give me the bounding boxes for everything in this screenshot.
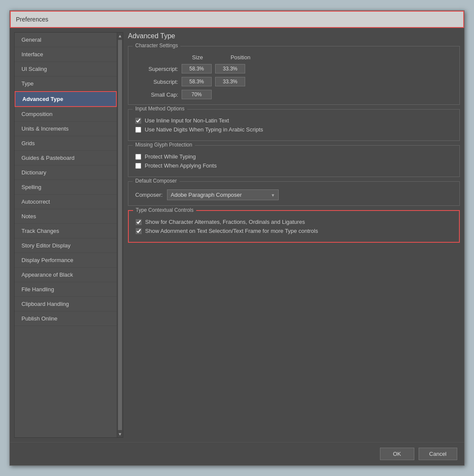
sidebar-item-general[interactable]: General	[15, 33, 117, 47]
missing-glyph-section: Missing Glyph Protection Protect While T…	[128, 145, 460, 177]
protect-fonts-text: Protect When Applying Fonts	[145, 162, 217, 169]
inline-input-checkbox[interactable]	[135, 118, 141, 124]
sidebar: GeneralInterfaceUI ScalingTypeAdvanced T…	[14, 32, 117, 438]
cancel-button[interactable]: Cancel	[419, 448, 457, 460]
ok-button[interactable]: OK	[380, 448, 414, 460]
content-title: Advanced Type	[128, 32, 460, 40]
subscript-row: Subscript:	[135, 77, 453, 86]
scroll-up-button[interactable]: ▲	[117, 33, 123, 39]
sidebar-item-guides-pasteboard[interactable]: Guides & Pasteboard	[15, 151, 117, 165]
sidebar-item-story-editor-display[interactable]: Story Editor Display	[15, 238, 117, 253]
protect-fonts-row: Protect When Applying Fonts	[135, 162, 453, 169]
input-method-section: Input Method Options Use Inline Input fo…	[128, 109, 460, 141]
sidebar-item-composition[interactable]: Composition	[15, 107, 117, 122]
show-adornment-row: Show Adornment on Text Selection/Text Fr…	[136, 228, 452, 234]
dialog-body: GeneralInterfaceUI ScalingTypeAdvanced T…	[10, 28, 464, 442]
sidebar-item-type[interactable]: Type	[15, 76, 117, 91]
superscript-position-input[interactable]	[215, 64, 245, 73]
cs-header-row: Size Position	[182, 54, 453, 61]
type-contextual-section: Type Contextual Controls Show for Charac…	[128, 210, 460, 243]
native-digits-row: Use Native Digits When Typing in Arabic …	[135, 126, 453, 133]
input-method-label: Input Method Options	[133, 106, 187, 112]
smallcap-size-input[interactable]	[182, 90, 212, 99]
protect-fonts-checkbox[interactable]	[135, 163, 141, 169]
default-composer-section: Default Composer Composer: Adobe Paragra…	[128, 181, 460, 206]
composer-row: Composer: Adobe Paragraph Composer Adobe…	[135, 189, 453, 200]
protect-typing-row: Protect While Typing	[135, 153, 453, 160]
dialog-footer: OK Cancel	[10, 442, 464, 465]
subscript-size-input[interactable]	[182, 77, 212, 86]
show-adornment-text: Show Adornment on Text Selection/Text Fr…	[145, 228, 318, 234]
sidebar-item-track-changes[interactable]: Track Changes	[15, 224, 117, 238]
composer-label: Composer:	[135, 192, 163, 198]
col-position-header: Position	[225, 54, 255, 61]
native-digits-text: Use Native Digits When Typing in Arabic …	[145, 126, 263, 133]
superscript-size-input[interactable]	[182, 64, 212, 73]
sidebar-scroll[interactable]: GeneralInterfaceUI ScalingTypeAdvanced T…	[15, 33, 117, 437]
missing-glyph-label: Missing Glyph Protection	[133, 142, 195, 148]
col-size-header: Size	[182, 54, 213, 61]
sidebar-item-notes[interactable]: Notes	[15, 209, 117, 224]
sidebar-item-clipboard-handling[interactable]: Clipboard Handling	[15, 297, 117, 311]
composer-select-wrapper: Adobe Paragraph Composer Adobe Single-li…	[167, 189, 279, 200]
sidebar-item-publish-online[interactable]: Publish Online	[15, 311, 117, 326]
sidebar-item-interface[interactable]: Interface	[15, 47, 117, 62]
sidebar-item-appearance-of-black[interactable]: Appearance of Black	[15, 268, 117, 282]
character-settings-label: Character Settings	[133, 43, 180, 49]
type-contextual-label: Type Contextual Controls	[133, 207, 196, 213]
inline-input-text: Use Inline Input for Non-Latin Text	[145, 117, 229, 124]
sidebar-item-units-increments[interactable]: Units & Increments	[15, 122, 117, 136]
scroll-thumb	[118, 40, 122, 430]
sidebar-item-advanced-type[interactable]: Advanced Type	[15, 91, 117, 107]
native-digits-checkbox[interactable]	[135, 127, 141, 133]
character-settings-grid: Size Position Superscript: Subscript:	[135, 54, 453, 99]
dialog-title: Preferences	[16, 16, 48, 23]
sidebar-scrollbar[interactable]: ▲ ▼	[117, 32, 123, 438]
smallcap-row: Small Cap:	[135, 90, 453, 99]
sidebar-item-dictionary[interactable]: Dictionary	[15, 165, 117, 180]
show-alternates-row: Show for Character Alternates, Fractions…	[136, 219, 452, 225]
sidebar-item-display-performance[interactable]: Display Performance	[15, 253, 117, 268]
sidebar-item-ui-scaling[interactable]: UI Scaling	[15, 62, 117, 76]
subscript-label: Subscript:	[135, 79, 178, 85]
protect-typing-text: Protect While Typing	[145, 153, 196, 160]
inline-input-row: Use Inline Input for Non-Latin Text	[135, 117, 453, 124]
show-adornment-checkbox[interactable]	[136, 228, 142, 234]
show-alternates-text: Show for Character Alternates, Fractions…	[145, 219, 305, 225]
default-composer-label: Default Composer	[133, 178, 179, 184]
superscript-label: Superscript:	[135, 66, 178, 72]
title-bar: Preferences	[10, 11, 464, 28]
protect-typing-checkbox[interactable]	[135, 154, 141, 160]
sidebar-item-file-handling[interactable]: File Handling	[15, 282, 117, 297]
composer-select[interactable]: Adobe Paragraph Composer Adobe Single-li…	[167, 189, 279, 200]
subscript-position-input[interactable]	[215, 77, 245, 86]
superscript-row: Superscript:	[135, 64, 453, 73]
preferences-dialog: Preferences GeneralInterfaceUI ScalingTy…	[9, 10, 465, 466]
character-settings-section: Character Settings Size Position Supersc…	[128, 46, 460, 105]
sidebar-item-spelling[interactable]: Spelling	[15, 180, 117, 195]
show-alternates-checkbox[interactable]	[136, 219, 142, 225]
sidebar-item-grids[interactable]: Grids	[15, 136, 117, 151]
sidebar-item-autocorrect[interactable]: Autocorrect	[15, 195, 117, 209]
scroll-down-button[interactable]: ▼	[117, 431, 123, 437]
content-area: Advanced Type Character Settings Size Po…	[128, 32, 460, 438]
smallcap-label: Small Cap:	[135, 92, 178, 98]
